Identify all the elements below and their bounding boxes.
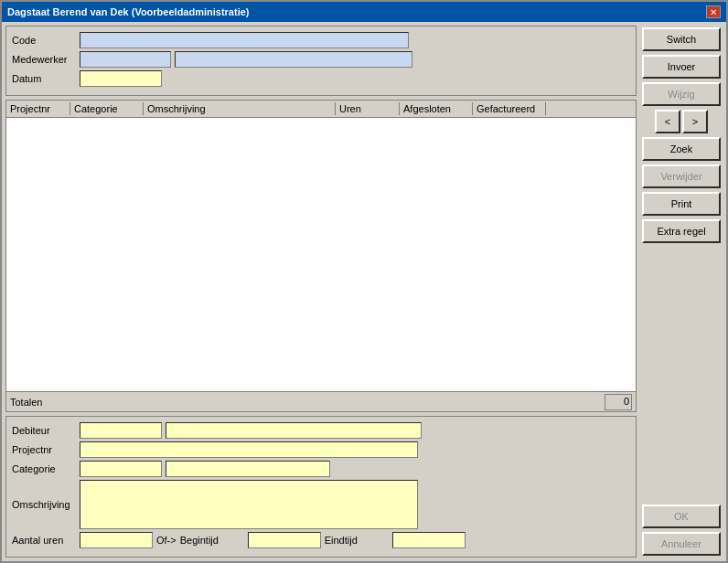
code-row: Code bbox=[12, 32, 630, 48]
detail-section: Debiteur Projectnr Categorie Omschrijvin… bbox=[5, 416, 637, 558]
begintijd-input[interactable] bbox=[248, 532, 321, 548]
totalen-value: 0 bbox=[605, 394, 632, 410]
main-panel: Code Medewerker Datum Projectnr Categori bbox=[5, 26, 637, 558]
projectnr-input[interactable] bbox=[80, 441, 418, 458]
col-header-gefactureerd: Gefactureerd bbox=[473, 102, 546, 115]
aantal-uren-input[interactable] bbox=[80, 532, 153, 548]
zoek-button[interactable]: Zoek bbox=[642, 137, 721, 161]
title-bar: Dagstaat Berend van Dek (Voorbeeldadmini… bbox=[2, 2, 726, 22]
table-header: Projectnr Categorie Omschrijving Uren Af… bbox=[6, 101, 636, 118]
medewerker-row: Medewerker bbox=[12, 51, 630, 68]
omschrijving-textarea[interactable] bbox=[80, 480, 418, 529]
debiteur-label: Debiteur bbox=[12, 425, 76, 436]
bottom-btns: OK Annuleer bbox=[642, 505, 721, 556]
invoer-button[interactable]: Invoer bbox=[642, 55, 721, 79]
datum-input[interactable] bbox=[80, 70, 162, 87]
code-input[interactable] bbox=[80, 32, 409, 48]
col-header-omschrijving: Omschrijving bbox=[144, 102, 336, 115]
omschrijving-row: Omschrijving bbox=[12, 480, 630, 529]
table-section: Projectnr Categorie Omschrijving Uren Af… bbox=[5, 100, 637, 412]
categorie-input1[interactable] bbox=[80, 461, 162, 477]
col-header-uren: Uren bbox=[336, 102, 400, 115]
code-label: Code bbox=[12, 35, 76, 46]
begintijd-label: Begintijd bbox=[180, 535, 244, 546]
eindtijd-input[interactable] bbox=[392, 532, 466, 548]
table-body[interactable] bbox=[6, 118, 636, 391]
ok-button[interactable]: OK bbox=[642, 505, 721, 528]
datum-label: Datum bbox=[12, 73, 76, 84]
content-area: Code Medewerker Datum Projectnr Categori bbox=[2, 22, 726, 561]
of-arrow-label: Of-> bbox=[156, 535, 177, 546]
projectnr-row: Projectnr bbox=[12, 441, 630, 458]
window-title: Dagstaat Berend van Dek (Voorbeeldadmini… bbox=[7, 6, 249, 17]
prev-button[interactable]: < bbox=[655, 110, 680, 133]
main-window: Dagstaat Berend van Dek (Voorbeeldadmini… bbox=[0, 0, 728, 563]
debiteur-input2[interactable] bbox=[166, 422, 422, 439]
print-button[interactable]: Print bbox=[642, 192, 721, 216]
debiteur-input1[interactable] bbox=[80, 422, 162, 439]
col-header-projectnr: Projectnr bbox=[6, 102, 70, 115]
totalen-label: Totalen bbox=[10, 397, 605, 408]
datum-row: Datum bbox=[12, 70, 630, 87]
categorie-label: Categorie bbox=[12, 463, 76, 474]
projectnr-label: Projectnr bbox=[12, 444, 76, 455]
col-header-categorie: Categorie bbox=[70, 102, 144, 115]
aantal-uren-label: Aantal uren bbox=[12, 535, 76, 546]
debiteur-row: Debiteur bbox=[12, 422, 630, 439]
col-header-afgesloten: Afgesloten bbox=[400, 102, 473, 115]
annuleer-button[interactable]: Annuleer bbox=[642, 532, 721, 556]
categorie-row: Categorie bbox=[12, 461, 630, 477]
top-form: Code Medewerker Datum bbox=[5, 26, 637, 96]
extra-regel-button[interactable]: Extra regel bbox=[642, 219, 721, 243]
switch-button[interactable]: Switch bbox=[642, 27, 721, 51]
verwijder-button[interactable]: Verwijder bbox=[642, 165, 721, 188]
next-button[interactable]: > bbox=[682, 110, 708, 133]
aantal-uren-row: Aantal uren Of-> Begintijd Eindtijd bbox=[12, 532, 630, 548]
side-panel: Switch Invoer Wijzig < > Zoek Verwijder … bbox=[640, 26, 723, 558]
medewerker-input2[interactable] bbox=[175, 51, 412, 68]
eindtijd-label: Eindtijd bbox=[325, 535, 389, 546]
medewerker-label: Medewerker bbox=[12, 54, 76, 65]
wijzig-button[interactable]: Wijzig bbox=[642, 82, 721, 106]
totalen-row: Totalen 0 bbox=[6, 391, 636, 411]
medewerker-input1[interactable] bbox=[80, 51, 171, 68]
omschrijving-label: Omschrijving bbox=[12, 499, 76, 510]
categorie-input2[interactable] bbox=[166, 461, 330, 477]
close-button[interactable]: ✕ bbox=[706, 5, 721, 18]
nav-row: < > bbox=[642, 110, 721, 133]
